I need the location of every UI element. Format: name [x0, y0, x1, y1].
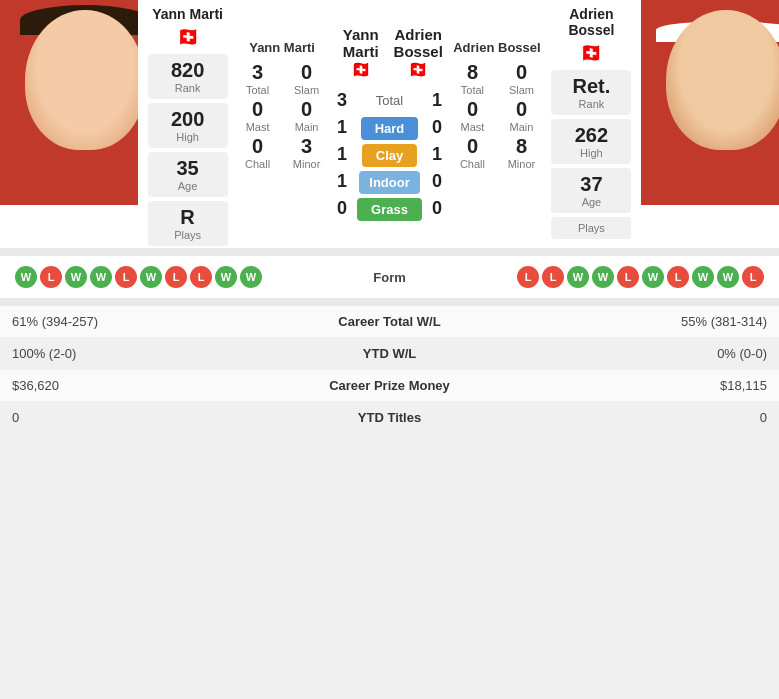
left-main-lbl: Main: [286, 121, 327, 133]
left-age-value: 35: [158, 157, 218, 180]
total-left-score: 3: [327, 90, 357, 111]
right-main-cell: 0 Main: [501, 98, 542, 133]
form-balls-right: LLWWLWLWWL: [440, 266, 765, 288]
left-player-stats: Yann Marti 3 Total 0 Slam 0 Mast 0 Main: [237, 0, 327, 248]
left-full-name-top: Yann Marti 🇨🇭: [332, 26, 389, 79]
form-ball-l: L: [617, 266, 639, 288]
right-age-label: Age: [561, 196, 621, 208]
right-chall-lbl: Chall: [452, 158, 493, 170]
form-ball-w: W: [65, 266, 87, 288]
right-rank-label: Rank: [561, 98, 621, 110]
form-ball-w: W: [642, 266, 664, 288]
right-total-lbl: Total: [452, 84, 493, 96]
clay-left-score: 1: [327, 144, 357, 165]
total-label: Total: [357, 93, 422, 108]
left-player-info: Yann Marti 🇨🇭 820 Rank 200 High 35 Age R…: [138, 0, 237, 248]
left-chall-cell: 0 Chall: [237, 135, 278, 170]
left-main-cell: 0 Main: [286, 98, 327, 133]
career-prize-label: Career Prize Money: [273, 370, 507, 402]
grass-right-score: 0: [422, 198, 452, 219]
form-ball-w: W: [692, 266, 714, 288]
right-flag: 🇨🇭: [580, 42, 602, 64]
right-main-lbl: Main: [501, 121, 542, 133]
career-total-label: Career Total W/L: [273, 306, 507, 338]
form-balls-left: WLWWLWLLWW: [15, 266, 340, 288]
left-rank-box: 820 Rank: [148, 54, 228, 99]
right-mast-lbl: Mast: [452, 121, 493, 133]
ytd-titles-label: YTD Titles: [273, 402, 507, 434]
left-total-cell: 3 Total: [237, 61, 278, 96]
left-minor-val: 3: [286, 135, 327, 158]
form-ball-l: L: [517, 266, 539, 288]
score-clay-row: 1 Clay 1: [327, 144, 452, 165]
right-minor-lbl: Minor: [501, 158, 542, 170]
left-slam-lbl: Slam: [286, 84, 327, 96]
form-ball-w: W: [240, 266, 262, 288]
form-ball-w: W: [592, 266, 614, 288]
indoor-right-score: 0: [422, 171, 452, 192]
form-ball-l: L: [667, 266, 689, 288]
right-name-under: Adrien Bossel: [453, 40, 540, 55]
left-plays-value: R: [158, 206, 218, 229]
player-left-photo: [0, 0, 138, 205]
career-prize-right: $18,115: [506, 370, 779, 402]
right-rank-value: Ret.: [561, 75, 621, 98]
left-age-box: 35 Age: [148, 152, 228, 197]
right-minor-cell: 8 Minor: [501, 135, 542, 170]
left-age-label: Age: [158, 180, 218, 192]
indoor-surface-btn: Indoor: [357, 173, 422, 191]
score-indoor-row: 1 Indoor 0: [327, 171, 452, 192]
stats-table: 61% (394-257) Career Total W/L 55% (381-…: [0, 306, 779, 434]
right-rank-box: Ret. Rank: [551, 70, 631, 115]
form-label: Form: [340, 270, 440, 285]
right-main-val: 0: [501, 98, 542, 121]
right-player-info: Adrien Bossel 🇨🇭 Ret. Rank 262 High 37 A…: [542, 0, 641, 248]
left-player-name: Yann Marti: [152, 6, 223, 22]
left-rank-label: Rank: [158, 82, 218, 94]
left-total-lbl: Total: [237, 84, 278, 96]
right-age-value: 37: [561, 173, 621, 196]
hard-surface-btn: Hard: [357, 119, 422, 137]
left-chall-val: 0: [237, 135, 278, 158]
right-plays-box: Plays: [551, 217, 631, 239]
right-minor-val: 8: [501, 135, 542, 158]
left-slam-val: 0: [286, 61, 327, 84]
left-mast-cell: 0 Mast: [237, 98, 278, 133]
clay-right-score: 1: [422, 144, 452, 165]
left-name-under: Yann Marti: [249, 40, 315, 55]
ytd-wl-label: YTD W/L: [273, 338, 507, 370]
left-mast-lbl: Mast: [237, 121, 278, 133]
right-player-name: Adrien Bossel: [546, 6, 637, 38]
ytd-titles-left: 0: [0, 402, 273, 434]
right-full-name-top: Adrien Bossel 🇨🇭: [390, 26, 447, 79]
form-ball-w: W: [717, 266, 739, 288]
hard-right-score: 0: [422, 117, 452, 138]
left-chall-lbl: Chall: [237, 158, 278, 170]
player-right-photo: [641, 0, 779, 205]
career-total-left: 61% (394-257): [0, 306, 273, 338]
hard-left-score: 1: [327, 117, 357, 138]
left-flag: 🇨🇭: [177, 26, 199, 48]
score-hard-row: 1 Hard 0: [327, 117, 452, 138]
left-high-value: 200: [158, 108, 218, 131]
ytd-titles-row: 0 YTD Titles 0: [0, 402, 779, 434]
right-high-label: High: [561, 147, 621, 159]
right-age-box: 37 Age: [551, 168, 631, 213]
left-minor-cell: 3 Minor: [286, 135, 327, 170]
career-prize-left: $36,620: [0, 370, 273, 402]
right-mast-cell: 0 Mast: [452, 98, 493, 133]
ytd-wl-left: 100% (2-0): [0, 338, 273, 370]
right-plays-label: Plays: [561, 222, 621, 234]
ytd-titles-right: 0: [506, 402, 779, 434]
form-ball-w: W: [15, 266, 37, 288]
grass-surface-btn: Grass: [357, 200, 422, 218]
right-high-box: 262 High: [551, 119, 631, 164]
clay-surface-btn: Clay: [357, 146, 422, 164]
right-slam-lbl: Slam: [501, 84, 542, 96]
form-ball-l: L: [165, 266, 187, 288]
form-ball-l: L: [542, 266, 564, 288]
form-ball-l: L: [742, 266, 764, 288]
score-grass-row: 0 Grass 0: [327, 198, 452, 219]
left-high-box: 200 High: [148, 103, 228, 148]
form-ball-l: L: [190, 266, 212, 288]
